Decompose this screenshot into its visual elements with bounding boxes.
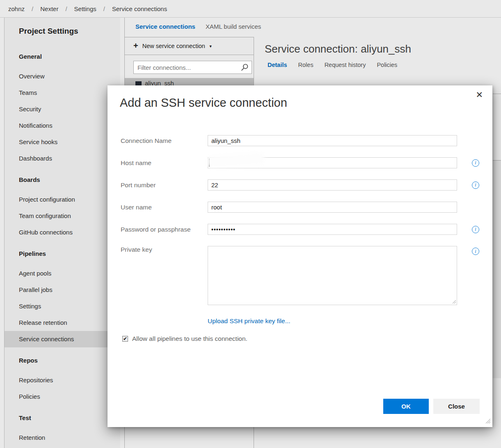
close-icon[interactable]: ✕	[474, 89, 485, 101]
sidebar-item-service-connections[interactable]: Service connections	[5, 331, 120, 347]
breadcrumb-service-connections[interactable]: Service connections	[112, 5, 167, 12]
port-number-label: Port number	[121, 181, 208, 189]
password-label: Password or passphrase	[121, 226, 208, 233]
filter-connections-field	[133, 61, 252, 74]
details-tabbar: Details Roles Request history Policies	[268, 62, 397, 68]
sidebar-item-policies[interactable]: Policies	[5, 388, 120, 405]
private-key-textarea[interactable]	[208, 246, 457, 305]
sidebar-item-repositories[interactable]: Repositories	[5, 372, 120, 388]
sidebar-heading-test: Test	[5, 410, 120, 426]
private-key-label: Private key	[121, 246, 208, 253]
password-input[interactable]	[208, 224, 457, 235]
breadcrumb-separator: /	[32, 5, 33, 12]
breadcrumb-separator: /	[103, 5, 105, 12]
connection-name-label: Connection Name	[121, 137, 208, 145]
sidebar-item-team-configuration[interactable]: Team configuration	[5, 208, 120, 224]
breadcrumb-settings[interactable]: Settings	[74, 5, 96, 12]
sidebar-item-overview[interactable]: Overview	[5, 68, 120, 85]
info-icon[interactable]: i	[472, 248, 479, 255]
sidebar-item-parallel-jobs[interactable]: Parallel jobs	[5, 282, 120, 298]
ok-button[interactable]: OK	[383, 399, 429, 414]
sidebar-heading-boards: Boards	[5, 172, 120, 188]
chevron-down-icon: ▼	[209, 44, 213, 48]
tab-policies[interactable]: Policies	[377, 62, 397, 68]
dialog-resize-handle-icon[interactable]	[485, 418, 491, 425]
allow-all-pipelines-label: Allow all pipelines to use this connecti…	[132, 335, 247, 342]
upload-ssh-key-link[interactable]: Upload SSH private key file...	[208, 317, 291, 325]
search-icon	[240, 63, 249, 73]
sidebar-item-github-connections[interactable]: GitHub connections	[5, 224, 120, 241]
sidebar-item-notifications[interactable]: Notifications	[5, 117, 120, 134]
sidebar-heading-pipelines: Pipelines	[5, 246, 120, 262]
add-ssh-connection-dialog: ✕ Add an SSH service connection Connecti…	[108, 85, 492, 427]
breadcrumb-separator: /	[65, 5, 67, 12]
breadcrumb: zohnz / Nexter / Settings / Service conn…	[0, 0, 501, 18]
breadcrumb-project[interactable]: Nexter	[40, 5, 58, 12]
background-divider	[493, 94, 501, 94]
plus-icon: +	[133, 41, 138, 51]
tab-service-connections[interactable]: Service connections	[135, 23, 195, 30]
service-connection-details-title: Service connection: aliyun_ssh	[265, 43, 411, 55]
ssh-connection-form: Connection Name Host name i Port number …	[121, 135, 482, 316]
dialog-title: Add an SSH service connection	[120, 96, 287, 110]
port-number-input[interactable]	[208, 179, 457, 191]
new-service-connection-label: New service connection	[142, 43, 205, 49]
tab-request-history[interactable]: Request history	[325, 62, 366, 68]
checkbox-checked[interactable]: ✔	[122, 336, 128, 342]
sidebar-item-service-hooks[interactable]: Service hooks	[5, 134, 120, 150]
service-connections-tabbar: Service connections XAML build services	[135, 23, 261, 30]
new-service-connection-button[interactable]: + New service connection ▼	[124, 37, 254, 55]
sidebar-item-project-configuration[interactable]: Project configuration	[5, 191, 120, 208]
tab-roles[interactable]: Roles	[298, 62, 313, 68]
user-name-row: User name	[121, 202, 482, 213]
filter-connections-input[interactable]	[133, 61, 252, 74]
connection-name-input[interactable]	[208, 135, 457, 146]
connection-name-row: Connection Name	[121, 135, 482, 146]
check-icon: ✔	[123, 336, 127, 341]
background-divider	[493, 160, 501, 161]
sidebar-heading-repos: Repos	[5, 352, 120, 369]
private-key-row: Private key i	[121, 246, 482, 305]
user-name-input[interactable]	[208, 202, 457, 213]
user-name-label: User name	[121, 204, 208, 211]
sidebar-item-release-retention[interactable]: Release retention	[5, 315, 120, 331]
project-settings-sidebar: Project Settings General Overview Teams …	[4, 18, 120, 448]
sidebar-item-dashboards[interactable]: Dashboards	[5, 150, 120, 167]
host-name-label: Host name	[121, 159, 208, 167]
host-name-row: Host name i	[121, 157, 482, 168]
sidebar-heading-general: General	[5, 48, 120, 65]
dialog-buttons: OK Close	[383, 399, 480, 414]
info-icon[interactable]: i	[472, 181, 479, 189]
sidebar-item-agent-pools[interactable]: Agent pools	[5, 265, 120, 282]
port-number-row: Port number i	[121, 179, 482, 191]
sidebar-title: Project Settings	[5, 18, 120, 38]
sidebar-item-settings[interactable]: Settings	[5, 298, 120, 315]
background-panel	[493, 161, 501, 378]
info-icon[interactable]: i	[472, 226, 479, 233]
tab-details[interactable]: Details	[268, 62, 287, 68]
sidebar-item-teams[interactable]: Teams	[5, 85, 120, 101]
info-icon[interactable]: i	[472, 159, 479, 167]
sidebar-item-security[interactable]: Security	[5, 101, 120, 117]
sidebar-item-retention[interactable]: Retention	[5, 430, 120, 446]
password-row: Password or passphrase i	[121, 224, 482, 235]
tab-xaml-build-services[interactable]: XAML build services	[206, 23, 261, 30]
allow-all-pipelines-checkbox-row[interactable]: ✔ Allow all pipelines to use this connec…	[122, 335, 247, 342]
breadcrumb-org[interactable]: zohnz	[8, 5, 25, 12]
close-button[interactable]: Close	[433, 399, 480, 414]
